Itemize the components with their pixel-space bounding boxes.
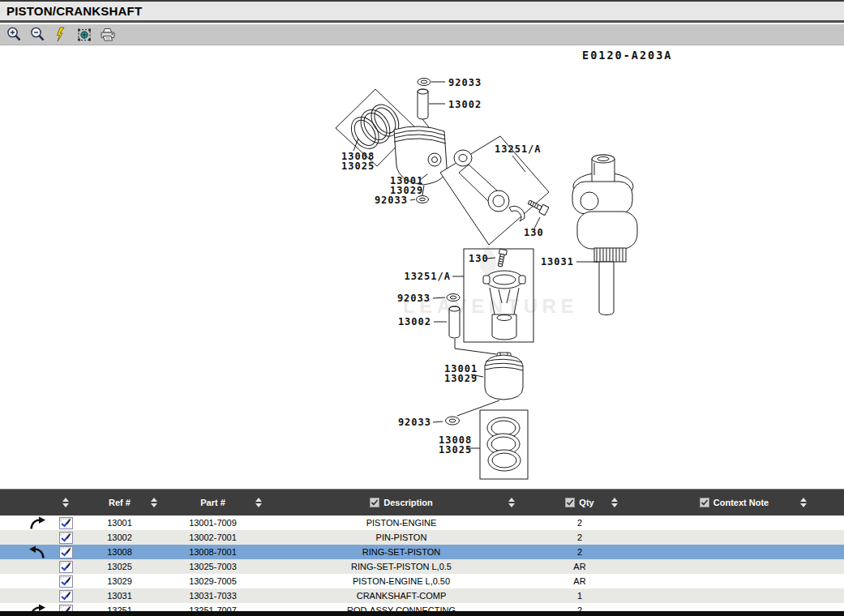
row-qty: 2 [535,547,624,557]
row-part: 13025-7003 [158,562,268,571]
header-context-note[interactable]: Context Note [624,490,844,515]
row-edit-button[interactable] [50,575,81,588]
table-row[interactable]: 13031 13031-7033 CRANKSHAFT-COMP 1 [0,588,844,603]
row-part: 13008-7001 [158,547,268,557]
row-ref: 13029 [81,576,158,586]
circlip [417,196,429,203]
row-desc: PISTON-ENGINE L,0.50 [268,576,535,586]
print-button[interactable] [100,27,116,43]
part-label[interactable]: 92033 [397,293,431,304]
row-qty: 2 [535,518,624,528]
row-qty: AR [535,576,624,586]
header-qty[interactable]: Qty [535,490,624,515]
table-row[interactable]: 13025 13025-7003 RING-SET-PISTON L,0.5 A… [0,559,844,574]
rod-bolt-2 [496,249,507,267]
column-checkbox[interactable] [565,498,575,507]
part-label[interactable]: 92033 [398,417,431,428]
zoom-in-button[interactable] [6,27,22,43]
row-ref: 13025 [81,562,158,571]
header-part-label: Part # [200,498,225,507]
zoom-out-icon [30,27,45,42]
part-label[interactable]: 13031 [541,256,574,267]
header-edit-col [50,490,81,515]
table-body: 13001 13001-7009 PISTON-ENGINE 2 13002 1… [0,515,844,616]
header-ref-label: Ref # [109,498,131,507]
row-qty: AR [535,562,624,571]
parts-table: Ref # Part # Description Qt [0,489,844,616]
column-checkbox[interactable] [370,498,379,507]
row-edit-button[interactable] [50,546,81,558]
sort-icon[interactable] [255,498,262,507]
page-title-bar: PISTON/CRANKSHAFT [0,0,844,23]
table-row[interactable]: 13001 13001-7009 PISTON-ENGINE 2 [0,515,844,530]
header-qty-label: Qty [579,498,593,507]
redo-arrow-icon[interactable] [28,516,46,530]
row-edit-button[interactable] [50,532,81,544]
row-desc: RING-SET-PISTON [268,547,535,557]
sort-icon[interactable] [508,498,515,507]
crankshaft [572,155,637,315]
header-arrow-col [0,490,50,515]
part-label[interactable]: 130 [524,227,544,238]
header-description[interactable]: Description [268,490,535,515]
row-edit-button[interactable] [50,561,81,573]
row-arrow-slot [0,516,50,530]
sort-icon[interactable] [151,498,157,507]
zoom-in-icon [6,27,22,42]
row-part: 13031-7033 [158,591,268,601]
piston-bottom [485,355,523,400]
image-select-button[interactable] [76,27,92,43]
sort-icon[interactable] [800,498,807,507]
part-label[interactable]: 13025 [439,444,472,456]
part-label[interactable]: 13251/A [495,143,542,155]
zoom-out-button[interactable] [29,27,45,43]
edit-check-icon [59,561,73,573]
row-qty: 1 [535,591,624,601]
ring-set-bottom [487,417,521,471]
undo-arrow-icon[interactable] [28,545,46,559]
row-desc: CRANKSHAFT-COMP [268,591,535,601]
edit-check-icon [59,532,73,544]
part-label[interactable]: 92033 [375,195,408,206]
part-label[interactable]: 13029 [444,373,478,384]
row-ref: 13008 [81,547,158,557]
sort-icon[interactable] [611,498,618,507]
header-part[interactable]: Part # [158,490,268,515]
row-ref: 13002 [81,533,158,542]
edit-check-icon [59,546,73,558]
edit-check-icon [59,590,73,602]
header-ref[interactable]: Ref # [81,490,158,515]
printer-icon [100,28,116,42]
page-title: PISTON/CRANKSHAFT [6,4,142,18]
circlip-bottom [446,417,460,425]
row-edit-button[interactable] [50,517,81,529]
row-part: 13002-7001 [158,533,268,542]
diagram-area: LEAVENTURE E0120-A203A [0,45,844,489]
row-qty: 2 [535,533,624,542]
part-label[interactable]: 13025 [341,160,375,172]
parts-catalog-page: PISTON/CRANKSHAFT [0,0,844,616]
part-label[interactable]: 13002 [448,99,482,110]
table-row[interactable]: 13029 13029-7005 PISTON-ENGINE L,0.50 AR [0,574,844,588]
part-label[interactable]: 13251/A [404,271,451,282]
row-part: 13001-7009 [158,518,268,528]
part-label[interactable]: 92033 [448,77,482,88]
part-label[interactable]: 13002 [398,316,431,327]
bottom-bar [0,611,844,616]
highlight-hotspots-button[interactable] [53,27,69,43]
table-row[interactable]: 13008 13008-7001 RING-SET-PISTON 2 [0,545,844,559]
row-arrow-slot [0,545,50,559]
row-desc: PIN-PISTON [268,533,535,542]
diagram-code: E0120-A203A [582,49,672,62]
part-label[interactable]: 130 [469,253,489,264]
row-desc: RING-SET-PISTON L,0.5 [268,562,535,571]
toolbar [0,24,844,45]
table-row[interactable]: 13002 13002-7001 PIN-PISTON 2 [0,530,844,545]
row-ref: 13031 [81,591,158,601]
row-edit-button[interactable] [50,590,81,602]
header-context-note-label: Context Note [713,498,769,507]
edit-check-icon [59,517,73,529]
sort-icon[interactable] [62,498,69,507]
parts-diagram: LEAVENTURE E0120-A203A [0,45,844,489]
column-checkbox[interactable] [700,498,709,507]
